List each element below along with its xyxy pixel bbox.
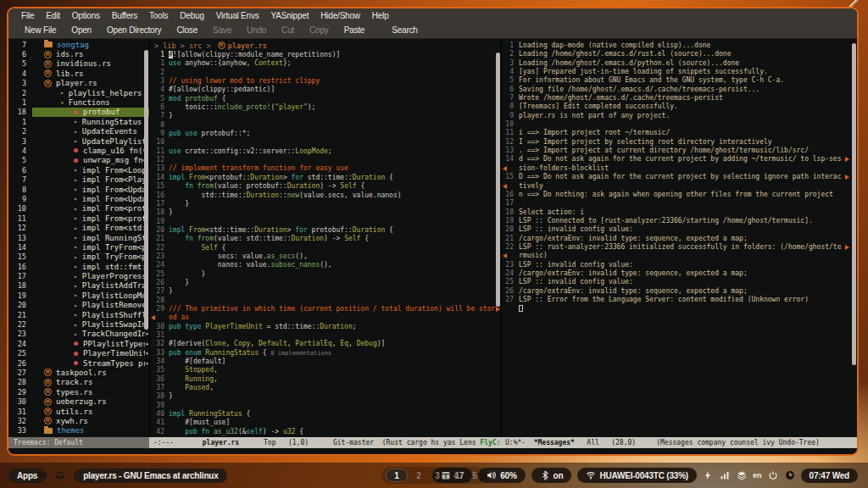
message-line[interactable]: 7Wrote /home/ghost/.emacs.d/.cache/treem…: [502, 94, 850, 103]
code-line[interactable]: 31: [150, 331, 501, 340]
tree-item[interactable]: 32Rxywh.rs: [8, 416, 149, 425]
code-line[interactable]: 14impl From<protobuf::Duration> for std:…: [150, 174, 501, 182]
tree-item[interactable]: 18protobuf: [8, 108, 149, 117]
toolbar-button-open[interactable]: Open: [64, 25, 99, 35]
code-line[interactable]: 16 std::time::Duration::new(value.secs, …: [150, 191, 501, 200]
tree-item[interactable]: 9▸impl From<Upda▸: [8, 194, 149, 203]
messages-mode-line[interactable]: U:%*- *Messages* All (28,0) (Messages co…: [501, 437, 857, 448]
clock-icon[interactable]: [785, 470, 795, 480]
message-line[interactable]: 4[yas] Prepared just-in-time loading of …: [502, 68, 850, 76]
workspace-button-3[interactable]: 3: [430, 469, 445, 482]
clock[interactable]: 07:47 Wed: [801, 469, 858, 483]
tree-item[interactable]: 17▸PlayerProgress: [8, 271, 149, 280]
code-line[interactable]: 40impl RunningStatus {: [150, 410, 501, 419]
window-title-button[interactable]: player.rs - GNU Emacs at archlinux: [75, 469, 226, 483]
toolbar-button-open-directory[interactable]: Open Directory: [99, 25, 169, 35]
message-line[interactable]: 20LSP :: invalid config value:: [502, 225, 850, 234]
message-line[interactable]: 26/cargo/extraEnv: invalid type: sequenc…: [502, 287, 850, 296]
menu-item-debug[interactable]: Debug: [174, 11, 209, 20]
messages-pane[interactable]: 1Loading dap-mode (native compiled elisp…: [501, 40, 857, 437]
tree-item[interactable]: 31Rutils.rs: [8, 407, 149, 416]
code-line[interactable]: 9pub use protobuf::*;: [150, 130, 501, 138]
tree-item[interactable]: 15▸impl TryFrom<p▸: [8, 252, 149, 262]
bluetooth-status-pill[interactable]: on: [531, 468, 572, 483]
code-line[interactable]: 42 pub fn as_u32(&self) -> u32 {: [150, 428, 501, 436]
tree-item[interactable]: 21▸PlaylistShuffl▸: [8, 310, 149, 319]
code-line[interactable]: 32#[derive(Clone, Copy, Default, Partial…: [150, 340, 501, 348]
message-line[interactable]: 9player.rs is not part of any project.: [502, 112, 850, 120]
code-line[interactable]: 3// using lower mod to restrict clippy: [150, 77, 501, 86]
tree-item[interactable]: 7▸impl From<Play▸: [8, 175, 149, 184]
tree-item[interactable]: 5unwrap_msg fn<▸: [8, 156, 149, 165]
code-line[interactable]: 21 fn from(value: std::time::Duration) -…: [150, 235, 501, 243]
menu-item-yasnippet[interactable]: YASnippet: [265, 11, 315, 20]
workspace-button-1[interactable]: 1: [386, 469, 408, 482]
tree-item[interactable]: 3▸UpdatePlaylist▸: [8, 136, 149, 146]
message-line[interactable]: 2Loading /home/ghost/.emacs.d/rust.el (s…: [502, 50, 850, 58]
menu-item-tools[interactable]: Tools: [143, 11, 174, 20]
code-line[interactable]: 5mod protobuf {: [150, 95, 501, 103]
code-line[interactable]: 38}: [150, 392, 501, 401]
toolbar-button-paste[interactable]: Paste: [337, 25, 373, 35]
message-line[interactable]: 19LSP :: Connected to [rust-analyzer:233…: [502, 217, 850, 225]
message-line[interactable]: 1Loading dap-mode (native compiled elisp…: [502, 42, 850, 50]
message-line[interactable]: 6Saving file /home/ghost/.emacs.d/.cache…: [502, 86, 850, 94]
tree-item[interactable]: 33themes: [8, 426, 149, 435]
breadcrumb-segment[interactable]: src: [189, 42, 202, 50]
message-line[interactable]: 11i ==> Import project root ~/termusic/: [502, 129, 850, 137]
menu-item-options[interactable]: Options: [66, 11, 106, 20]
code-line[interactable]: 37 Paused,: [150, 384, 501, 392]
tree-item[interactable]: 2▸UpdateEvents: [8, 127, 149, 136]
code-line[interactable]: 26 }: [150, 279, 501, 287]
message-line[interactable]: 18Select action: i: [502, 208, 850, 217]
tree-item[interactable]: 25PlayerTimeUnit▸: [8, 349, 149, 358]
message-line[interactable]: [502, 304, 850, 313]
code-line[interactable]: 2: [150, 69, 501, 77]
code-mode-line[interactable]: -:--- player.rs Top (1,0) Git-master (Ru…: [149, 437, 501, 448]
code-line[interactable]: 1use anyhow::{anyhow, Context};: [150, 59, 501, 68]
wifi-status-pill[interactable]: HUAWEI-0043TC (33%): [577, 468, 697, 483]
toolbar-button-new-file[interactable]: New File: [17, 25, 64, 35]
layers-icon[interactable]: [737, 470, 747, 480]
code-line[interactable]: 25 }: [150, 270, 501, 279]
workspace-button-4[interactable]: 4: [448, 469, 464, 482]
tree-item[interactable]: 16▸impl std::fmt:▸: [8, 262, 149, 271]
message-line[interactable]: 27LSP :: Error from the Language Server:…: [502, 296, 850, 304]
tree-item[interactable]: 27Rtaskpool.rs: [8, 368, 149, 377]
message-line[interactable]: 10: [502, 120, 850, 129]
tree-item[interactable]: 26StreamTypes pr▸: [8, 358, 149, 368]
message-line[interactable]: rmusic): [502, 252, 850, 260]
code-line[interactable]: 24 nanos: value.subsec_nanos(),: [150, 261, 501, 269]
code-line[interactable]: 6 tonic::include_proto!("player");: [150, 103, 501, 112]
treemacs-pane[interactable]: 7songtag6Rids.rs5Rinvidious.rs4Rlib.rs3R…: [8, 40, 149, 437]
message-line[interactable]: 8[Treemacs] Edit completed successfully.: [502, 103, 850, 111]
message-line[interactable]: tively: [502, 182, 850, 191]
message-line[interactable]: 12I ==> Import project by selecting root…: [502, 138, 850, 147]
tree-item[interactable]: 10▸impl From<prot▸: [8, 204, 149, 214]
tree-item[interactable]: 11▸impl From<prot▸: [8, 214, 149, 223]
tree-item[interactable]: 5Rinvidious.rs: [8, 59, 149, 69]
message-line[interactable]: 25LSP :: invalid config value:: [502, 278, 850, 286]
code-line[interactable]: 39: [150, 402, 501, 410]
code-line[interactable]: 28: [150, 297, 501, 305]
workspace-button-5[interactable]: 5: [467, 469, 482, 482]
workspace-button-2[interactable]: 2: [411, 469, 426, 482]
tree-item[interactable]: 12▸impl From<std:▸: [8, 223, 149, 232]
menu-item-buffers[interactable]: Buffers: [106, 11, 143, 20]
code-line[interactable]: 20impl From<std::time::Duration> for pro…: [150, 226, 501, 235]
mail-icon[interactable]: [55, 470, 65, 480]
code-line[interactable]: 1#![allow(clippy::module_name_repetition…: [150, 51, 501, 59]
tree-item[interactable]: 2▸playlist_helpers: [8, 88, 149, 97]
code-line[interactable]: 10: [150, 138, 501, 147]
tree-item[interactable]: 22▸PlaylistSwapIn▸: [8, 319, 149, 329]
code-line[interactable]: 29/// The primitive in which time (curre…: [150, 305, 501, 313]
code-line[interactable]: 34 #[default]: [150, 358, 501, 366]
tree-item[interactable]: 24PPlaylistTypes▸: [8, 339, 149, 348]
message-line[interactable]: 17: [502, 199, 850, 208]
tree-item[interactable]: 14▸impl TryFrom<p▸: [8, 242, 149, 252]
message-line[interactable]: sion-folders-blocklist: [502, 164, 850, 173]
breadcrumb[interactable]: > lib > src > Rplayer.rs: [150, 40, 501, 51]
code-line[interactable]: 30pub type PlayerTimeUnit = std::time::D…: [150, 323, 501, 331]
code-line[interactable]: 36 Running,: [150, 375, 501, 384]
tree-item[interactable]: 18▸PlaylistAddTra▸: [8, 281, 149, 291]
